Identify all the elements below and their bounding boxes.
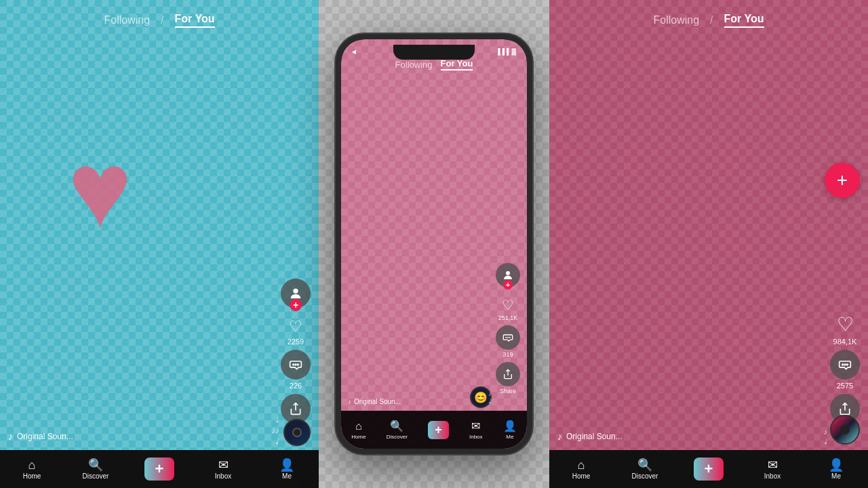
music-note-2: ♪♪ (271, 426, 279, 435)
phone-share-circle (496, 362, 520, 386)
phone-notch (393, 45, 475, 60)
left-nav-discover[interactable]: 🔍 Discover (79, 459, 113, 480)
left-avatar-btn[interactable]: + (281, 279, 311, 308)
left-nav-home[interactable]: ⌂ Home (15, 459, 49, 480)
right-nav-inbox[interactable]: ✉ Inbox (755, 459, 789, 480)
inbox-icon: ✉ (218, 459, 229, 471)
phone-sound-text: Original Soun... (354, 398, 401, 405)
left-comments-count: 226 (290, 382, 302, 390)
right-tab-foryou[interactable]: For You (724, 13, 764, 28)
battery-icon: ▓ (511, 48, 516, 55)
right-sound-info: ♪ Original Soun... (557, 431, 623, 442)
center-panel: ◂ ▐▐▐ ▓ Following For You (319, 0, 549, 488)
right-nav-inbox-label: Inbox (764, 472, 781, 480)
right-note-2: ♩ (824, 437, 827, 446)
phone-nav-me[interactable]: 👤 Me (503, 420, 517, 440)
left-sound-info: ♪ Original Soun... (8, 431, 73, 442)
right-plus-button[interactable]: + (825, 163, 860, 198)
right-like-btn[interactable]: ♡ 984,1K (833, 313, 857, 346)
phone-nav-discover[interactable]: 🔍 Discover (387, 420, 408, 440)
right-comments-count: 2575 (837, 382, 853, 390)
left-panel: Following / For You ♥ + ♡ 2259 (0, 0, 319, 488)
right-panel: Following / For You + ♡ 984,1K 2575 (549, 0, 868, 488)
phone-sound-info: ♪ Original Soun... (348, 398, 401, 405)
phone-avatar-btn[interactable]: + (496, 263, 520, 287)
left-nav-bar: ⌂ Home 🔍 Discover + ✉ Inbox 👤 Me (0, 450, 319, 488)
disc-inner (292, 428, 302, 437)
left-avatar-circle: + (281, 279, 311, 308)
music-note-1: ♩ (275, 415, 279, 424)
left-nav-home-label: Home (23, 472, 41, 480)
right-disc (830, 415, 860, 445)
phone-nav-inbox[interactable]: ✉ Inbox (469, 420, 483, 440)
left-actions: + ♡ 2259 226 (281, 279, 311, 434)
phone-music-notes: ♪ ♩ (488, 390, 492, 405)
phone-likes-count: 251,1K (498, 314, 518, 321)
phone-discover-icon: 🔍 (390, 420, 403, 432)
right-comment-circle (830, 350, 860, 380)
home-icon: ⌂ (28, 459, 36, 471)
phone-nav-plus[interactable]: + (428, 421, 449, 439)
svg-point-10 (842, 363, 844, 365)
svg-point-3 (297, 363, 299, 365)
right-nav-discover-label: Discover (632, 472, 658, 480)
phone-comment-circle (496, 325, 520, 350)
discover-icon: 🔍 (88, 459, 103, 471)
phone-me-icon: 👤 (503, 420, 517, 432)
phone-plus-button[interactable]: + (428, 421, 449, 439)
left-likes-count: 2259 (288, 338, 304, 346)
me-icon: 👤 (279, 459, 294, 471)
right-top-header: Following / For You (549, 0, 868, 41)
right-plus-nav-button[interactable]: + (694, 458, 724, 481)
left-tab-following[interactable]: Following (104, 14, 150, 26)
left-nav-plus[interactable]: + (142, 458, 176, 481)
phone-share-label: Share (500, 388, 516, 394)
left-nav-me-label: Me (282, 472, 292, 480)
phone-note-1: ♪ (488, 390, 492, 397)
svg-point-8 (509, 337, 511, 338)
follow-plus-badge: + (290, 299, 302, 311)
right-tab-following[interactable]: Following (653, 14, 699, 26)
phone-comment-btn[interactable]: 319 (496, 325, 520, 358)
right-nav-me[interactable]: 👤 Me (819, 459, 853, 480)
music-note-icon: ♪ (8, 431, 13, 442)
left-nav-discover-label: Discover (83, 472, 109, 480)
phone-share-icon (502, 369, 513, 380)
right-comment-btn[interactable]: 2575 (830, 350, 860, 390)
heart-icon: ♡ (289, 318, 302, 336)
disc-emoji: 😊 (474, 391, 488, 404)
left-tab-foryou[interactable]: For You (175, 13, 215, 28)
right-discover-icon: 🔍 (637, 459, 652, 471)
phone-nav-discover-label: Discover (387, 434, 408, 440)
phone-screen: ◂ ▐▐▐ ▓ Following For You (341, 39, 527, 449)
comment-icon (289, 358, 302, 371)
right-music-note-icon: ♪ (557, 431, 562, 442)
status-time: ◂ (352, 47, 356, 56)
phone-top-header: Following For You (341, 58, 527, 70)
right-nav-home-label: Home (572, 472, 591, 480)
phone-tab-following[interactable]: Following (395, 60, 433, 70)
left-plus-button[interactable]: + (144, 458, 174, 481)
left-comment-btn[interactable]: 226 (281, 350, 311, 390)
left-like-btn[interactable]: ♡ 2259 (288, 318, 304, 346)
right-nav-discover[interactable]: 🔍 Discover (628, 459, 662, 480)
right-nav-home[interactable]: ⌂ Home (564, 459, 598, 480)
phone-like-btn[interactable]: ♡ 251,1K (498, 297, 518, 321)
left-nav-inbox[interactable]: ✉ Inbox (206, 459, 240, 480)
phone-tab-foryou[interactable]: For You (441, 58, 473, 70)
wifi-icon: ▐▐▐ (496, 48, 509, 55)
phone-home-icon: ⌂ (355, 420, 362, 432)
svg-point-0 (293, 289, 298, 293)
right-nav-plus[interactable]: + (692, 458, 726, 481)
svg-point-2 (294, 363, 296, 365)
phone-avatar-circle: + (496, 263, 520, 287)
phone-nav-home[interactable]: ⌂ Home (351, 420, 366, 440)
left-nav-me[interactable]: 👤 Me (270, 459, 304, 480)
right-share-icon (838, 402, 852, 415)
svg-point-12 (846, 363, 848, 365)
left-nav-inbox-label: Inbox (215, 472, 231, 480)
phone-mockup: ◂ ▐▐▐ ▓ Following For You (336, 34, 532, 454)
left-tab-divider: / (161, 14, 163, 26)
right-tab-divider: / (710, 14, 713, 26)
phone-share-btn[interactable]: Share (496, 362, 520, 394)
